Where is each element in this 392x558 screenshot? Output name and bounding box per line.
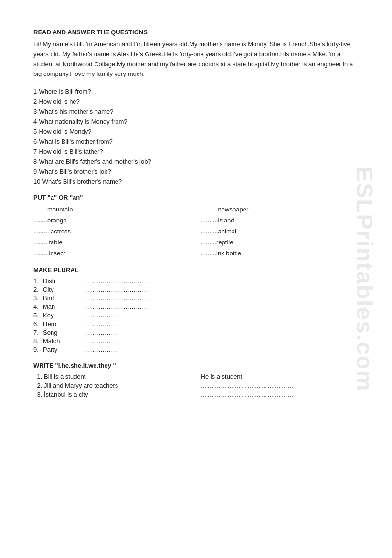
plural-word-8: Match bbox=[43, 337, 86, 345]
put-item-3: ..........actress bbox=[33, 227, 191, 236]
write-grid: Bill is a student Jill and Maryy are tea… bbox=[33, 373, 359, 400]
write-section-title: WRITE "I,he,she,it,we,they " bbox=[33, 362, 359, 369]
plural-num-1: 1. bbox=[33, 277, 43, 284]
question-3: 3-What's his mother's name? bbox=[33, 108, 359, 115]
plural-dots-1: ………………………… bbox=[86, 277, 181, 284]
write-left-2: Jill and Maryy are teachers bbox=[44, 382, 191, 389]
plural-list: 1. Dish ………………………… 2. City ………………………… 3.… bbox=[33, 277, 359, 353]
put-section-title: PUT "a" OR "an" bbox=[33, 194, 359, 201]
plural-word-4: Man bbox=[43, 303, 86, 310]
put-item-7: ..........island bbox=[201, 216, 359, 225]
put-item-4: .........table bbox=[33, 238, 191, 247]
plural-item-8: 8. Match …………… bbox=[33, 337, 359, 345]
plural-dots-2: ………………………… bbox=[86, 286, 181, 293]
question-2: 2-How old is he? bbox=[33, 98, 359, 105]
put-item-1: ........mountain bbox=[33, 205, 191, 214]
plural-word-9: Party bbox=[43, 346, 86, 353]
questions-section: 1-Where is Bill from? 2-How old is he? 3… bbox=[33, 88, 359, 185]
plural-dots-5: …………… bbox=[86, 312, 181, 319]
question-10: 10-What's Bill's brother's name? bbox=[33, 178, 359, 185]
put-item-2: ........orange bbox=[33, 216, 191, 225]
plural-item-1: 1. Dish ………………………… bbox=[33, 277, 359, 284]
plural-item-6: 6. Hero …………… bbox=[33, 320, 359, 327]
write-right-2: …………………………………… bbox=[201, 382, 359, 389]
plural-dots-6: …………… bbox=[86, 320, 181, 327]
passage-text: Hi! My name's Bill.I'm American and I'm … bbox=[33, 40, 359, 79]
question-8: 8-What are Bill's father's and mother's … bbox=[33, 158, 359, 165]
question-6: 6-What is Bill's mother from? bbox=[33, 138, 359, 145]
plural-num-6: 6. bbox=[33, 320, 43, 327]
plural-item-2: 2. City ………………………… bbox=[33, 286, 359, 293]
plural-num-7: 7. bbox=[33, 329, 43, 336]
write-right-3: …………………………………… bbox=[201, 391, 359, 398]
write-left-1: Bill is a student bbox=[44, 373, 191, 380]
put-item-5: .........insect bbox=[33, 249, 191, 258]
plural-item-3: 3. Bird ………………………… bbox=[33, 295, 359, 302]
write-left-col: Bill is a student Jill and Maryy are tea… bbox=[33, 373, 191, 400]
plural-num-3: 3. bbox=[33, 295, 43, 302]
plural-num-4: 4. bbox=[33, 303, 43, 310]
plural-dots-9: …………… bbox=[86, 346, 181, 353]
question-9: 9-What's Bill's brother's job? bbox=[33, 168, 359, 175]
plural-dots-3: ………………………… bbox=[86, 295, 181, 302]
write-section: WRITE "I,he,she,it,we,they " Bill is a s… bbox=[33, 362, 359, 400]
plural-item-5: 5. Key …………… bbox=[33, 312, 359, 319]
plural-num-2: 2. bbox=[33, 286, 43, 293]
plural-word-6: Hero bbox=[43, 320, 86, 327]
put-section: PUT "a" OR "an" ........mountain .......… bbox=[33, 194, 359, 258]
plural-word-3: Bird bbox=[43, 295, 86, 302]
plural-num-5: 5. bbox=[33, 312, 43, 319]
put-grid: ........mountain ..........newspaper ...… bbox=[33, 205, 359, 258]
plural-word-7: Song bbox=[43, 329, 86, 336]
plural-word-5: Key bbox=[43, 312, 86, 319]
put-item-10: .........ink bottle bbox=[201, 249, 359, 258]
plural-word-2: City bbox=[43, 286, 86, 293]
plural-word-1: Dish bbox=[43, 277, 86, 284]
put-item-6: ..........newspaper bbox=[201, 205, 359, 214]
question-1: 1-Where is Bill from? bbox=[33, 88, 359, 95]
question-5: 5-How old is Mondy? bbox=[33, 128, 359, 135]
put-item-9: .........reptile bbox=[201, 238, 359, 247]
write-right-1: He is a student bbox=[201, 373, 359, 380]
write-left-3: İstanbul is a city bbox=[44, 391, 191, 398]
read-section-title: READ AND ANSWER THE QUESTIONS bbox=[33, 29, 359, 36]
plural-num-8: 8. bbox=[33, 337, 43, 345]
question-4: 4-What nationality is Mondy from? bbox=[33, 118, 359, 125]
plural-item-4: 4. Man ………………………… bbox=[33, 303, 359, 310]
plural-item-7: 7. Song …………… bbox=[33, 329, 359, 336]
plural-dots-4: ………………………… bbox=[86, 303, 181, 310]
plural-section: MAKE PLURAL 1. Dish ………………………… 2. City …… bbox=[33, 266, 359, 353]
plural-num-9: 9. bbox=[33, 346, 43, 353]
question-7: 7-How old is Bill's father? bbox=[33, 148, 359, 155]
plural-dots-8: …………… bbox=[86, 337, 181, 345]
plural-section-title: MAKE PLURAL bbox=[33, 266, 359, 274]
plural-dots-7: …………… bbox=[86, 329, 181, 336]
put-item-8: ..........animal bbox=[201, 227, 359, 236]
plural-item-9: 9. Party …………… bbox=[33, 346, 359, 353]
write-right-col: He is a student …………………………………… ………………………… bbox=[201, 373, 359, 400]
